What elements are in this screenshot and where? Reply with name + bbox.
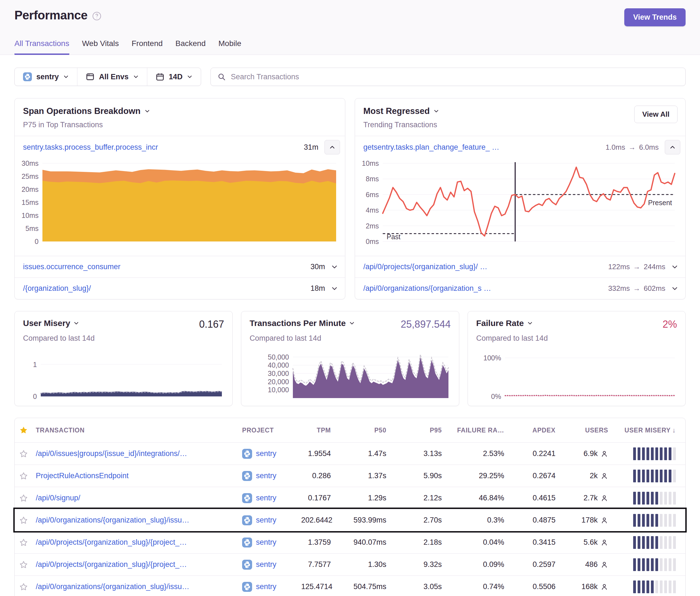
column-header-tpm[interactable]: TPM xyxy=(300,426,338,434)
failure-rate-dropdown[interactable]: Failure Rate xyxy=(476,318,533,328)
tab-all-transactions[interactable]: All Transactions xyxy=(15,39,69,55)
project-link[interactable]: sentry xyxy=(256,538,276,547)
span-ops-title-dropdown[interactable]: Span Operations Breakdown xyxy=(23,106,337,116)
view-trends-button[interactable]: View Trends xyxy=(624,8,685,26)
transaction-link[interactable]: ProjectRuleActionsEndpoint xyxy=(36,471,236,480)
apdex-cell: 0.4615 xyxy=(508,494,559,502)
table-row[interactable]: ProjectRuleActionsEndpointsentry0.2861.3… xyxy=(15,465,685,487)
python-project-icon xyxy=(242,515,252,525)
span-op-link[interactable]: /{organization_slug}/ xyxy=(23,284,91,293)
table-row[interactable]: /api/0/issues|groups/{issue_id}/integrat… xyxy=(15,442,685,465)
tab-backend[interactable]: Backend xyxy=(176,39,206,55)
project-link[interactable]: sentry xyxy=(256,449,276,458)
column-header-p50[interactable]: P50 xyxy=(338,426,390,434)
tab-mobile[interactable]: Mobile xyxy=(219,39,241,55)
user-misery-dropdown[interactable]: User Misery xyxy=(23,318,79,328)
svg-text:8ms: 8ms xyxy=(366,175,379,183)
user-icon xyxy=(600,561,608,569)
span-op-link[interactable]: issues.occurrence_consumer xyxy=(23,262,120,271)
panel-subtitle: Trending Transactions xyxy=(363,121,677,129)
regression-to: 244ms xyxy=(644,262,665,271)
star-column-icon[interactable] xyxy=(19,426,28,435)
expand-button[interactable] xyxy=(331,264,338,270)
span-op-link[interactable]: sentry.tasks.process_buffer.process_incr xyxy=(23,143,158,152)
favorite-star-icon[interactable] xyxy=(19,494,28,502)
collapse-button[interactable] xyxy=(324,140,340,154)
favorite-star-icon[interactable] xyxy=(19,471,28,481)
table-row[interactable]: /api/0/signup/sentry0.17671.29s2.12s46.8… xyxy=(15,487,685,509)
environment-filter[interactable]: All Envs xyxy=(77,68,147,86)
user-misery-score-bar xyxy=(633,580,676,593)
mini-panel-title: Failure Rate xyxy=(476,318,524,328)
favorite-star-icon[interactable] xyxy=(19,449,28,458)
failure-rate-cell: 0.3% xyxy=(446,516,508,524)
view-all-button[interactable]: View All xyxy=(634,106,678,123)
arrow-right-icon: → xyxy=(628,143,636,152)
table-row[interactable]: /api/0/organizations/{organization_slug}… xyxy=(15,575,685,596)
project-link[interactable]: sentry xyxy=(256,560,276,569)
transaction-link[interactable]: /api/0/organizations/{organization_slug}… xyxy=(36,516,236,524)
tab-web-vitals[interactable]: Web Vitals xyxy=(82,39,119,55)
chevron-down-icon xyxy=(63,74,69,80)
search-input[interactable] xyxy=(231,73,679,81)
favorite-star-icon[interactable] xyxy=(19,582,28,591)
search-icon xyxy=(218,73,226,81)
help-icon[interactable] xyxy=(92,11,101,21)
apdex-cell: 0.5506 xyxy=(508,582,559,591)
project-link[interactable]: sentry xyxy=(256,494,276,502)
svg-text:0ms: 0ms xyxy=(366,238,379,245)
expand-button[interactable] xyxy=(671,264,678,270)
table-row-selected[interactable]: /api/0/organizations/{organization_slug}… xyxy=(15,509,685,531)
expand-button[interactable] xyxy=(671,285,678,292)
regression-chart: 10ms8ms6ms4ms2ms0msPastPresent xyxy=(357,159,679,252)
column-header-apdex[interactable]: APDEX xyxy=(508,426,559,434)
tpm-dropdown[interactable]: Transactions Per Minute xyxy=(250,318,355,328)
span-ops-panel: Span Operations Breakdown P75 in Top Tra… xyxy=(15,98,345,300)
transaction-link[interactable]: /api/0/projects/{organization_slug}/{pro… xyxy=(36,538,236,547)
user-misery-score-bar xyxy=(633,536,676,549)
regression-from: 122ms xyxy=(608,262,630,271)
failure-rate-chart: 100%0% xyxy=(476,349,677,400)
p95-cell: 2.12s xyxy=(390,494,446,502)
favorite-star-icon[interactable] xyxy=(19,538,28,547)
transaction-link[interactable]: /api/0/issues|groups/{issue_id}/integrat… xyxy=(36,449,236,458)
users-cell: 486 xyxy=(560,560,608,569)
column-header-project[interactable]: PROJECT xyxy=(238,426,300,434)
chevron-down-icon xyxy=(145,108,150,114)
transaction-link[interactable]: /api/0/signup/ xyxy=(36,494,236,502)
user-icon xyxy=(600,516,608,524)
transaction-link[interactable]: getsentry.tasks.plan_change_feature_ … xyxy=(363,143,499,152)
column-header-failure-rate[interactable]: FAILURE RA… xyxy=(446,426,508,434)
project-link[interactable]: sentry xyxy=(256,516,276,524)
favorite-star-icon[interactable] xyxy=(19,560,28,569)
transaction-link[interactable]: /api/0/organizations/{organization_s … xyxy=(363,284,491,293)
column-header-users[interactable]: USERS xyxy=(559,426,612,434)
tab-frontend[interactable]: Frontend xyxy=(131,39,162,55)
user-misery-score-bar xyxy=(633,447,676,460)
project-link[interactable]: sentry xyxy=(256,582,276,591)
transaction-link[interactable]: /api/0/projects/{organization_slug}/ … xyxy=(363,262,487,271)
most-regressed-title-dropdown[interactable]: Most Regressed xyxy=(363,106,677,116)
project-link[interactable]: sentry xyxy=(256,471,276,480)
p50-cell: 1.47s xyxy=(338,449,390,458)
date-range-filter[interactable]: 14D xyxy=(147,68,201,86)
column-header-user-misery[interactable]: USER MISERY↓ xyxy=(612,426,685,434)
python-project-icon xyxy=(242,582,252,592)
transaction-link[interactable]: /api/0/organizations/{organization_slug}… xyxy=(36,582,236,591)
favorite-star-icon[interactable] xyxy=(19,516,28,525)
transactions-table: TRANSACTION PROJECT TPM P50 P95 FAILURE … xyxy=(15,418,685,596)
chevron-up-icon xyxy=(329,144,335,150)
svg-text:15ms: 15ms xyxy=(22,199,39,206)
transaction-link[interactable]: /api/0/projects/{organization_slug}/{pro… xyxy=(36,560,236,569)
table-row[interactable]: /api/0/projects/{organization_slug}/{pro… xyxy=(15,531,685,553)
expand-button[interactable] xyxy=(331,285,338,292)
collapse-button[interactable] xyxy=(665,140,680,154)
span-op-item-expanded: sentry.tasks.process_buffer.process_incr… xyxy=(15,136,345,158)
failure-rate-panel: Failure Rate 2% Compared to last 14d 100… xyxy=(468,311,685,406)
span-op-value: 31m xyxy=(304,143,318,152)
column-header-transaction[interactable]: TRANSACTION xyxy=(32,426,238,434)
project-filter[interactable]: sentry xyxy=(15,68,77,86)
table-row[interactable]: /api/0/projects/{organization_slug}/{pro… xyxy=(15,553,685,575)
failure-rate-cell: 0.74% xyxy=(446,582,508,591)
column-header-p95[interactable]: P95 xyxy=(390,426,446,434)
